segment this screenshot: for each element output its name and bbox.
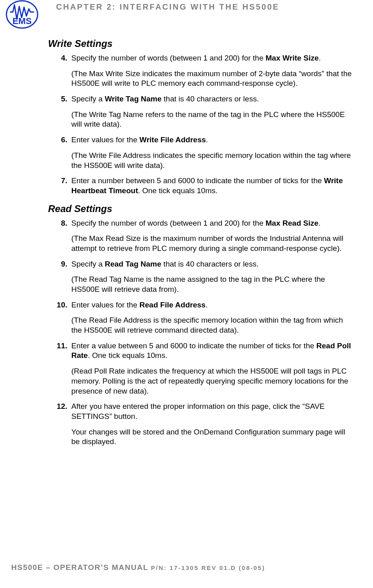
step-bold: Max Read Size xyxy=(266,219,319,227)
step-desc: (The Write File Address indicates the sp… xyxy=(71,151,353,170)
write-steps-list: 4. Specify the number of words (between … xyxy=(48,53,353,196)
step-text-pre: Enter a number between 5 and 6000 to ind… xyxy=(71,176,324,185)
logo-text: EMS xyxy=(12,16,32,26)
step-desc: (The Max Write Size indicates the maximu… xyxy=(71,69,353,89)
step-bold: Max Write Size xyxy=(266,54,319,62)
page-footer: HS500E – OPERATOR’S MANUAL P/N: 17-1305 … xyxy=(11,563,265,572)
list-item: 12. After you have entered the proper in… xyxy=(48,402,353,447)
footer-title: HS500E – OPERATOR’S MANUAL xyxy=(11,563,151,572)
step-text-pre: After you have entered the proper inform… xyxy=(71,402,325,420)
step-desc: (Read Poll Rate indicates the frequency … xyxy=(71,366,353,396)
step-bold: Read File Address xyxy=(139,301,206,309)
step-bold: Write File Address xyxy=(139,135,206,144)
step-text-post: that is 40 characters or less. xyxy=(161,95,259,103)
step-text-post: . xyxy=(206,135,208,144)
page: EMS CHAPTER 2: INTERFACING WITH THE HS50… xyxy=(0,0,373,588)
step-text-post: . One tick equals 10ms. xyxy=(88,351,167,360)
content-body: Write Settings 4. Specify the number of … xyxy=(48,38,353,453)
step-text-pre: Specify a xyxy=(71,260,105,268)
step-desc: (The Read Tag Name is the name assigned … xyxy=(71,275,353,294)
step-text-pre: Specify the number of words (between 1 a… xyxy=(71,219,266,227)
step-desc: Your changes will be stored and the OnDe… xyxy=(71,427,353,447)
step-text-post: . xyxy=(319,54,321,62)
step-number: 8. xyxy=(55,218,67,228)
step-number: 5. xyxy=(55,94,67,104)
list-item: 4. Specify the number of words (between … xyxy=(48,53,353,89)
step-text-post: . xyxy=(206,301,208,309)
list-item: 11. Enter a value between 5 and 6000 to … xyxy=(48,341,353,396)
step-number: 10. xyxy=(51,300,67,310)
list-item: 6. Enter values for the Write File Addre… xyxy=(48,135,353,170)
step-number: 11. xyxy=(51,341,67,351)
step-number: 7. xyxy=(55,176,67,186)
step-number: 12. xyxy=(51,402,67,412)
list-item: 10. Enter values for the Read File Addre… xyxy=(48,300,353,335)
step-text-post: that is 40 characters or less. xyxy=(161,260,259,268)
step-bold: Write Tag Name xyxy=(105,95,161,103)
chapter-header: CHAPTER 2: INTERFACING WITH THE HS500E xyxy=(56,2,279,12)
step-number: 6. xyxy=(55,135,67,145)
step-number: 9. xyxy=(55,259,67,269)
step-text-post: . xyxy=(319,219,321,227)
step-desc: (The Write Tag Name refers to the name o… xyxy=(71,110,353,129)
step-text-pre: Enter values for the xyxy=(71,135,139,144)
step-text-pre: Specify the number of words (between 1 a… xyxy=(71,54,266,62)
list-item: 5. Specify a Write Tag Name that is 40 c… xyxy=(48,94,353,129)
step-text-post: . One tick equals 10ms. xyxy=(138,186,218,195)
step-number: 4. xyxy=(55,53,67,63)
list-item: 7. Enter a number between 5 and 6000 to … xyxy=(48,176,353,196)
ems-logo: EMS xyxy=(6,0,38,29)
step-desc: (The Max Read Size is the maximum number… xyxy=(71,234,353,253)
list-item: 8. Specify the number of words (between … xyxy=(48,218,353,254)
step-desc: (The Read File Address is the specific m… xyxy=(71,315,353,335)
write-settings-heading: Write Settings xyxy=(48,38,353,49)
list-item: 9. Specify a Read Tag Name that is 40 ch… xyxy=(48,259,353,295)
footer-partno: P/N: 17-1305 REV 01.D (08-05) xyxy=(151,564,265,571)
read-settings-heading: Read Settings xyxy=(48,203,353,214)
step-text-pre: Enter a value between 5 and 6000 to indi… xyxy=(71,341,317,350)
step-text-pre: Enter values for the xyxy=(71,301,139,309)
step-bold: Read Tag Name xyxy=(105,260,161,268)
step-text-pre: Specify a xyxy=(71,95,105,103)
read-steps-list: 8. Specify the number of words (between … xyxy=(48,218,353,447)
